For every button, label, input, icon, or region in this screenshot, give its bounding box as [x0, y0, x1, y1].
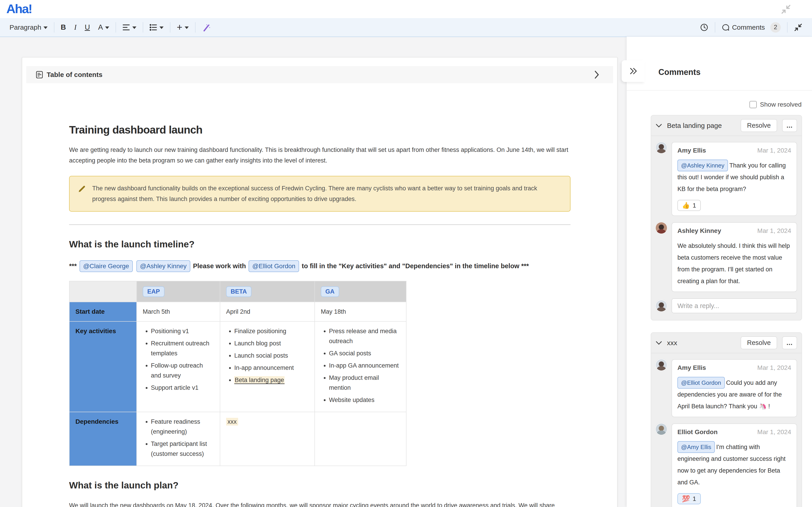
collapse-editor-button[interactable] [790, 20, 807, 35]
chevron-down-icon[interactable] [656, 123, 662, 128]
thread-list: Beta landing page Resolve ... Amy Ellis … [627, 108, 812, 507]
thread-menu-button[interactable]: ... [782, 336, 797, 349]
stage-chip-ga: GA [321, 286, 339, 297]
chevron-right-icon[interactable] [594, 70, 600, 79]
resolve-button[interactable]: Resolve [741, 119, 777, 132]
mention-chip[interactable]: @Amy Ellis [677, 441, 715, 453]
list-item: Website updates [329, 395, 400, 405]
comment-thread: xxx Resolve ... Amy Ellis Mar 1, 2024 [651, 332, 802, 507]
start-date-ga: May 18th [315, 302, 406, 322]
intro-paragraph: We are getting ready to launch our new t… [69, 145, 570, 166]
compress-window-icon[interactable] [781, 4, 791, 14]
italic-icon: I [74, 23, 77, 32]
mention-chip[interactable]: @Ashley Kinney [677, 160, 728, 171]
reaction-chip[interactable]: 💯 1 [677, 493, 701, 504]
avatar [656, 142, 667, 153]
timeline-table[interactable]: EAP BETA GA Start date March 5th April 2… [69, 281, 406, 466]
thread-body: Amy Ellis Mar 1, 2024 @Elliot GordonCoul… [651, 353, 802, 507]
thumbs-up-emoji: 👍 [682, 202, 690, 209]
table-of-contents-bar[interactable]: Table of contents [26, 66, 613, 83]
thread-title: xxx [667, 339, 677, 347]
list-item: Positioning v1 [151, 326, 214, 336]
comment-bubble: Elliot Gordon Mar 1, 2024 @Amy EllisI'm … [671, 424, 797, 507]
comment-date: Mar 1, 2024 [757, 364, 791, 372]
underline-icon: U [85, 23, 90, 32]
clock-icon [700, 23, 708, 32]
alignment-dropdown[interactable] [118, 20, 141, 35]
bold-button[interactable]: B [57, 20, 70, 35]
toolbar-divider [115, 22, 116, 33]
chevron-down-icon [105, 26, 109, 29]
list-item: Support article v1 [151, 383, 214, 393]
start-date-label: Start date [69, 302, 137, 322]
list-item: Recruitment outreach templates [151, 338, 214, 358]
dependencies-label: Dependencies [69, 412, 137, 466]
chevron-down-icon[interactable] [656, 341, 662, 345]
avatar [656, 300, 667, 312]
align-icon [122, 24, 130, 31]
chevron-down-icon [185, 26, 189, 29]
comment: Ashley Kinney Mar 1, 2024 We absolutely … [656, 222, 797, 292]
comment: Amy Ellis Mar 1, 2024 @Elliot GordonCoul… [656, 359, 797, 417]
comment: Elliot Gordon Mar 1, 2024 @Amy EllisI'm … [656, 424, 797, 507]
mention-chip[interactable]: @Claire George [80, 260, 133, 272]
list-item: Launch social posts [234, 351, 309, 360]
reaction-count: 1 [693, 495, 696, 502]
text-color-icon: A [98, 23, 103, 32]
comment-anchor-xxx[interactable]: xxx [226, 418, 238, 426]
timeline-stage-header: BETA [220, 281, 315, 302]
dependencies-ga [315, 412, 406, 466]
toolbar-divider [787, 22, 788, 33]
comment-author: Amy Ellis [677, 364, 706, 372]
aha-logo[interactable]: Aha! [6, 1, 32, 16]
comment-thread: Beta landing page Resolve ... Amy Ellis … [651, 115, 802, 321]
avatar [656, 424, 667, 435]
list-dropdown[interactable] [145, 20, 168, 35]
mention-chip[interactable]: @Elliot Gordon [249, 260, 299, 272]
comment-bubble-icon [722, 23, 730, 32]
collapse-panel-button[interactable] [622, 60, 645, 82]
table-row: Start date March 5th April 2nd May 18th [69, 302, 406, 322]
history-button[interactable] [696, 20, 713, 35]
italic-button[interactable]: I [70, 20, 81, 35]
table-row: Key activities Positioning v1 Recruitmen… [69, 322, 406, 412]
list-item: Follow-up outreach and survey [151, 360, 214, 381]
toolbar-divider [715, 22, 715, 33]
callout-text: The new dashboard functionality builds o… [92, 183, 562, 205]
chevron-down-icon [132, 26, 136, 29]
comment-date: Mar 1, 2024 [757, 429, 791, 436]
comment-anchor-beta-landing-page[interactable]: Beta landing page [234, 376, 285, 384]
toc-label: Table of contents [47, 71, 102, 78]
ai-assistant-button[interactable] [198, 20, 215, 35]
thread-menu-button[interactable]: ... [782, 119, 797, 132]
document-card: Table of contents Training dashboard lau… [22, 57, 618, 507]
mention-chip[interactable]: @Ashley Kinney [136, 260, 190, 272]
paragraph-style-dropdown[interactable]: Paragraph [5, 20, 52, 35]
underline-button[interactable]: U [81, 20, 94, 35]
hundred-points-emoji: 💯 [682, 495, 690, 502]
magic-wand-icon [202, 23, 211, 32]
mention-chip[interactable]: @Elliot Gordon [677, 377, 725, 389]
document-body[interactable]: Training dashboard launch We are getting… [22, 83, 617, 507]
thread-title: Beta landing page [667, 122, 722, 129]
thread-header: xxx Resolve ... [651, 333, 802, 353]
start-date-eap: March 5th [137, 302, 220, 322]
insert-dropdown[interactable]: + [173, 20, 193, 35]
app-window: Aha! Paragraph B I U A [0, 0, 812, 507]
list-item: Press release and media outreach [329, 326, 400, 346]
timeline-header-row: EAP BETA GA [69, 281, 406, 302]
comment-author: Amy Ellis [677, 147, 706, 154]
reply-input[interactable] [671, 298, 797, 313]
comment-date: Mar 1, 2024 [757, 227, 791, 234]
resolve-button[interactable]: Resolve [741, 336, 777, 349]
divider [69, 224, 570, 225]
toolbar-divider [54, 22, 54, 33]
page-title: Training dashboard launch [69, 124, 570, 136]
key-activities-eap: Positioning v1 Recruitment outreach temp… [137, 322, 220, 412]
stage-chip-beta: BETA [226, 286, 251, 297]
show-resolved-checkbox[interactable] [750, 101, 757, 108]
text-color-dropdown[interactable]: A [94, 20, 113, 35]
comments-toggle-button[interactable]: Comments 2 [717, 20, 785, 35]
comments-count-badge: 2 [770, 22, 781, 33]
reaction-chip[interactable]: 👍 1 [677, 200, 701, 211]
